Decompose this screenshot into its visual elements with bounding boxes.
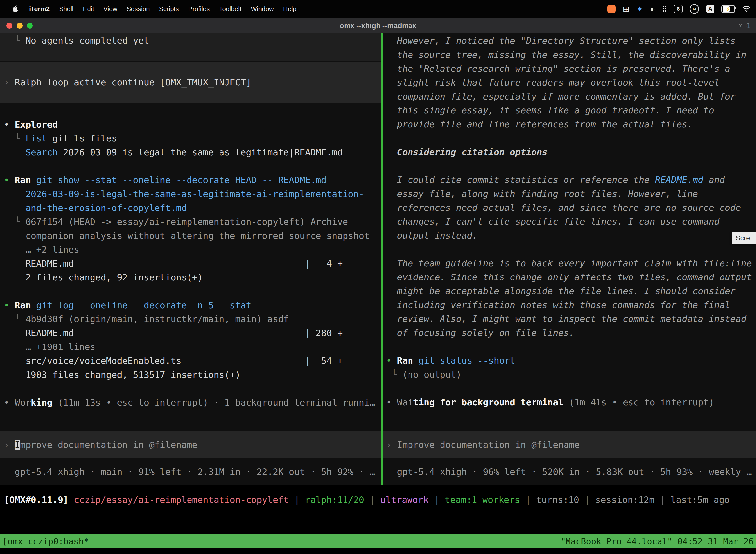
terminal-line: └ 4b9d30f (origin/main, instructkr/main,… bbox=[0, 312, 381, 326]
apple-menu-icon[interactable] bbox=[7, 5, 23, 12]
notification-text: Scre bbox=[736, 234, 750, 242]
menu-item-edit[interactable]: Edit bbox=[78, 5, 99, 13]
menu-item-view[interactable]: View bbox=[99, 5, 122, 13]
terminal-line: • Explored bbox=[0, 118, 381, 131]
terminal-line: • Working (11m 13s • esc to interrupt) ·… bbox=[0, 396, 381, 409]
window-titlebar[interactable]: omx --xhigh --madmax ⌥⌘1 bbox=[0, 18, 756, 34]
terminal-line: The team guideline is to back every impo… bbox=[383, 257, 756, 270]
grid-app-icon[interactable]: ⊞ bbox=[623, 5, 630, 13]
terminal-line: the source tree, missing the essay. Stil… bbox=[383, 48, 756, 62]
terminal-line bbox=[383, 159, 756, 173]
menu-item-toolbelt[interactable]: Toolbelt bbox=[214, 5, 246, 13]
more-apps-icon[interactable]: ⣿ bbox=[662, 5, 667, 13]
terminal-line: this single essay, it seems like a good … bbox=[383, 104, 756, 117]
terminal-line: 1903 files changed, 513517 insertions(+) bbox=[0, 368, 381, 382]
terminal-line: [OMX#0.11.9] cczip/essay/ai-reimplementa… bbox=[4, 493, 756, 507]
terminal-line: the "Related research writing" section i… bbox=[383, 62, 756, 76]
terminal-line: essay file, along with finding root file… bbox=[383, 187, 756, 201]
omx-status-bar: [OMX#0.11.9] cczip/essay/ai-reimplementa… bbox=[4, 493, 756, 507]
terminal-line: references need actual files, and since … bbox=[383, 201, 756, 215]
terminal-line: › Improve documentation in @filename bbox=[383, 438, 756, 452]
left-agent-input[interactable]: › Improve documentation in @filename bbox=[0, 431, 381, 458]
terminal-line: └ List git ls-files bbox=[0, 131, 381, 146]
zoom-button[interactable] bbox=[27, 22, 33, 29]
tmux-panes: └ No agents completed yet › Ralph loop a… bbox=[0, 33, 756, 485]
input-source-icon[interactable]: A bbox=[706, 5, 714, 13]
terminal-line: › Ralph loop active continue [OMX_TMUX_I… bbox=[0, 75, 381, 89]
terminal-line: 2026-03-09-is-legal-the-same-as-legitima… bbox=[0, 187, 381, 201]
terminal-line: companion analysis without altering the … bbox=[0, 229, 381, 243]
terminal-line: └ No agents completed yet bbox=[0, 34, 381, 48]
left-agent-pane[interactable]: └ No agents completed yet › Ralph loop a… bbox=[0, 33, 381, 485]
battery-gauge-icon[interactable]: .61 bbox=[690, 4, 699, 14]
terminal-line bbox=[383, 340, 756, 354]
battery-icon[interactable]: ⚡ bbox=[721, 5, 735, 13]
screen: iTerm2ShellEditViewSessionScriptsProfile… bbox=[0, 0, 756, 554]
left-model-status-line: gpt-5.4 xhigh · main · 91% left · 2.31M … bbox=[0, 465, 381, 479]
right-model-status-line: gpt-5.4 xhigh · 96% left · 520K in · 5.8… bbox=[383, 465, 756, 479]
left-pane-transcript: • Explored └ List git ls-files Search 20… bbox=[0, 103, 381, 409]
terminal-line: including verification notes with those … bbox=[383, 298, 756, 312]
menu-item-session[interactable]: Session bbox=[122, 5, 154, 13]
terminal-line: • Waiting for background terminal (1m 41… bbox=[383, 395, 756, 409]
menu-item-iterm2[interactable]: iTerm2 bbox=[24, 5, 54, 13]
menu-bar-left: iTerm2ShellEditViewSessionScriptsProfile… bbox=[0, 5, 301, 13]
menu-item-profiles[interactable]: Profiles bbox=[184, 5, 214, 13]
terminal-line bbox=[383, 242, 756, 257]
terminal-line: … +2 lines bbox=[0, 243, 381, 257]
tmux-status-bar: [omx-cczip0:bash* "MacBook-Pro-44.local"… bbox=[0, 534, 756, 548]
keycast-icon[interactable]: 8 bbox=[674, 5, 683, 13]
terminal-line: slight risk that future readers may over… bbox=[383, 76, 756, 90]
right-agent-input[interactable]: › Improve documentation in @filename bbox=[383, 431, 756, 458]
menu-item-window[interactable]: Window bbox=[246, 5, 278, 13]
terminal-line: provide file and line references from th… bbox=[383, 117, 756, 131]
terminal-line: … +1901 lines bbox=[0, 340, 381, 354]
window-shortcut-hint: ⌥⌘1 bbox=[738, 22, 751, 30]
previous-output-strip: └ No agents completed yet bbox=[0, 33, 381, 61]
terminal-line bbox=[0, 284, 381, 298]
terminal-line: README.md | 4 + bbox=[0, 257, 381, 271]
menu-item-shell[interactable]: Shell bbox=[54, 5, 78, 13]
terminal-line bbox=[0, 382, 381, 396]
terminal-line: src/voice/voiceModeEnabled.ts | 54 + bbox=[0, 354, 381, 368]
terminal-line: review. Also, I might want to inspect th… bbox=[383, 312, 756, 326]
tmux-host-clock: "MacBook-Pro-44.local" 04:52 31-Mar-26 bbox=[561, 536, 754, 546]
terminal-line bbox=[383, 382, 756, 395]
screen-recording-indicator[interactable] bbox=[608, 5, 616, 13]
terminal-line: of focusing solely on file lines. bbox=[383, 326, 756, 340]
blue-app-icon[interactable]: ✦ bbox=[636, 5, 643, 13]
wifi-icon[interactable] bbox=[742, 5, 751, 12]
macos-menu-bar: iTerm2ShellEditViewSessionScriptsProfile… bbox=[0, 0, 756, 18]
inject-banner: › Ralph loop active continue [OMX_TMUX_I… bbox=[0, 62, 381, 103]
close-button[interactable] bbox=[6, 22, 12, 29]
terminal-line: • Ran git status --short bbox=[383, 354, 756, 368]
terminal-line: might be acceptable alongside the file l… bbox=[383, 284, 756, 298]
terminal-line: • Ran git log --oneline --decorate -n 5 … bbox=[0, 298, 381, 312]
screen-share-notification[interactable]: Scre bbox=[732, 232, 756, 244]
terminal-line: 2 files changed, 92 insertions(+) bbox=[0, 271, 381, 284]
terminal-line: gpt-5.4 xhigh · 96% left · 520K in · 5.8… bbox=[383, 465, 756, 479]
menu-item-scripts[interactable]: Scripts bbox=[154, 5, 183, 13]
terminal-line: and-the-erosion-of-copyleft.md bbox=[0, 201, 381, 215]
menu-bar-status-icons: ⊞✦◐⣿8.61A⚡ bbox=[608, 4, 756, 14]
terminal: └ No agents completed yet › Ralph loop a… bbox=[0, 33, 756, 554]
terminal-line: output instead. bbox=[383, 229, 756, 242]
menu-item-help[interactable]: Help bbox=[278, 5, 301, 13]
terminal-line: └ 067f154 (HEAD -> essay/ai-reimplementa… bbox=[0, 215, 381, 229]
terminal-line: › Improve documentation in @filename bbox=[0, 438, 381, 452]
terminal-line: • Ran git show --stat --oneline --decora… bbox=[0, 173, 381, 187]
terminal-line: └ (no output) bbox=[383, 368, 756, 382]
window-title: omx --xhigh --madmax bbox=[0, 21, 756, 30]
right-agent-pane[interactable]: However, I noticed the "Directory Struct… bbox=[383, 33, 756, 485]
terminal-line: I could cite commit statistics or refere… bbox=[383, 173, 756, 187]
terminal-line: Considering citation options bbox=[383, 145, 756, 159]
terminal-line bbox=[383, 131, 756, 145]
right-pane-transcript: However, I noticed the "Directory Struct… bbox=[383, 33, 756, 409]
terminal-line: changes, I can't cite specific file line… bbox=[383, 215, 756, 229]
traffic-lights bbox=[6, 18, 33, 33]
minimize-button[interactable] bbox=[17, 22, 22, 29]
terminal-line: README.md | 280 + bbox=[0, 326, 381, 340]
dark-app-icon[interactable]: ◐ bbox=[650, 5, 655, 13]
terminal-line bbox=[0, 159, 381, 173]
terminal-line: companion file, especially if more comme… bbox=[383, 90, 756, 104]
